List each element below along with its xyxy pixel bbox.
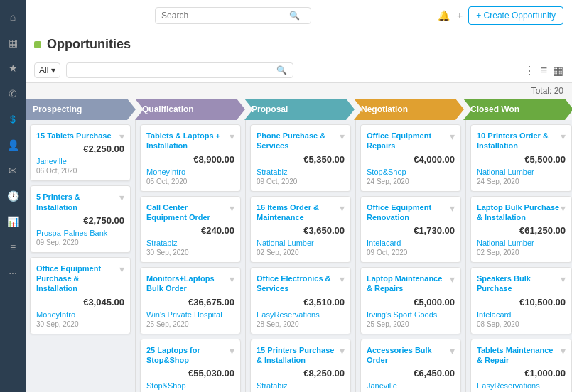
- card-company[interactable]: Intelacard: [477, 310, 566, 319]
- card-date: 08 Sep, 2020: [477, 320, 566, 328]
- table-row[interactable]: Call Center Equipment Order ▾ €240.00 St…: [140, 196, 241, 263]
- card-menu-icon[interactable]: ▾: [561, 273, 566, 285]
- card-menu-icon[interactable]: ▾: [340, 202, 345, 214]
- kebab-menu-icon[interactable]: ⋮: [524, 64, 535, 77]
- card-header: Call Center Equipment Order ▾: [146, 202, 234, 226]
- star-icon: ★: [9, 62, 18, 74]
- search-container: 🔍: [34, 7, 432, 24]
- card-menu-icon[interactable]: ▾: [450, 345, 455, 356]
- card-company[interactable]: National Lumber: [477, 239, 566, 247]
- card-company[interactable]: Win's Private Hospital: [146, 310, 234, 319]
- card-menu-icon[interactable]: ▾: [450, 131, 455, 142]
- filter-search[interactable]: 🔍: [66, 62, 293, 78]
- list-view-icon[interactable]: ≡: [541, 64, 547, 77]
- card-company[interactable]: Stop&Shop: [146, 381, 234, 390]
- sidebar-item-clock[interactable]: 🕐: [1, 185, 24, 207]
- table-row[interactable]: Accessories Bulk Order ▾ €6,450.00 Janev…: [360, 339, 461, 392]
- sidebar-item-mail[interactable]: ✉: [1, 159, 24, 182]
- card-title: 15 Tablets Purchase: [36, 131, 112, 141]
- sidebar-item-person[interactable]: 👤: [1, 134, 24, 156]
- card-menu-icon[interactable]: ▾: [340, 345, 345, 356]
- card-company[interactable]: MoneyIntro: [146, 168, 234, 176]
- table-row[interactable]: 16 Items Order & Maintenance ▾ €3,650.00…: [250, 196, 351, 263]
- card-menu-icon[interactable]: ▾: [230, 345, 234, 356]
- card-company[interactable]: MoneyIntro: [36, 310, 124, 319]
- card-menu-icon[interactable]: ▾: [450, 202, 455, 214]
- card-company[interactable]: Janeville: [367, 381, 455, 390]
- sidebar-item-menu[interactable]: ≡: [1, 236, 24, 258]
- card-company[interactable]: Stratabiz: [257, 168, 345, 176]
- card-company[interactable]: Stratabiz: [146, 239, 234, 247]
- card-company[interactable]: Irving's Sport Goods: [367, 310, 455, 319]
- card-menu-icon[interactable]: ▾: [340, 273, 345, 285]
- table-row[interactable]: 10 Printers Order & Installation ▾ €5,50…: [470, 124, 572, 192]
- card-menu-icon[interactable]: ▾: [561, 131, 566, 142]
- plus-icon[interactable]: +: [457, 10, 463, 21]
- table-row[interactable]: Office Electronics & Services ▾ €3,510.0…: [250, 267, 351, 334]
- card-company[interactable]: EasyReservations: [477, 381, 566, 390]
- create-opportunity-button[interactable]: + Create Opportunity: [468, 6, 563, 25]
- card-menu-icon[interactable]: ▾: [230, 273, 234, 285]
- table-row[interactable]: Office Equipment Renovation ▾ €1,730.00 …: [360, 196, 461, 263]
- card-date: 05 Oct, 2020: [146, 178, 234, 185]
- topbar-icons: 🔔 +: [438, 10, 463, 21]
- search-box[interactable]: 🔍: [155, 7, 311, 24]
- sidebar-item-star[interactable]: ★: [1, 57, 24, 80]
- col-header-qualification: Qualification: [135, 99, 245, 120]
- sidebar-item-dollar[interactable]: $: [1, 108, 24, 131]
- card-menu-icon[interactable]: ▾: [230, 131, 234, 142]
- bell-icon[interactable]: 🔔: [438, 10, 450, 21]
- filter-dropdown[interactable]: All ▾: [34, 62, 60, 78]
- card-title: Accessories Bulk Order: [367, 345, 450, 366]
- kanban-col-proposal: Phone Purchase & Services ▾ €5,350.00 St…: [246, 120, 356, 392]
- card-company[interactable]: EasyReservations: [257, 310, 345, 319]
- table-row[interactable]: 25 Laptops for Stop&Shop ▾ €55,030.00 St…: [140, 339, 241, 392]
- card-company[interactable]: National Lumber: [257, 239, 345, 247]
- table-row[interactable]: Tablets Maintenance & Repair ▾ €1,000.00…: [470, 339, 572, 392]
- table-row[interactable]: Speakers Bulk Purchase ▾ €10,500.00 Inte…: [470, 267, 572, 334]
- kanban-header: Prospecting Qualification Proposal Negot…: [26, 99, 572, 120]
- card-amount: €10,500.00: [477, 297, 566, 307]
- table-row[interactable]: Laptop Maintenance & Repairs ▾ €5,000.00…: [360, 267, 461, 334]
- card-menu-icon[interactable]: ▾: [230, 202, 234, 214]
- table-row[interactable]: 15 Printers Purchase & Installation ▾ €8…: [250, 339, 351, 392]
- table-row[interactable]: Office Equipment Repairs ▾ €4,000.00 Sto…: [360, 124, 461, 192]
- card-company[interactable]: Stop&Shop: [367, 168, 455, 176]
- sidebar-item-chart[interactable]: 📊: [1, 210, 24, 233]
- table-row[interactable]: 5 Printers & Installation ▾ €2,750.00 Pr…: [30, 185, 131, 253]
- sidebar-item-phone[interactable]: ✆: [1, 82, 24, 105]
- card-menu-icon[interactable]: ▾: [561, 345, 566, 356]
- card-company[interactable]: Prospa-Palnes Bank: [36, 229, 124, 237]
- table-row[interactable]: Tablets & Laptops + Installation ▾ €8,90…: [140, 124, 241, 192]
- col-header-closed-won: Closed Won: [463, 99, 572, 120]
- card-company[interactable]: National Lumber: [477, 168, 566, 176]
- filter-search-input[interactable]: [72, 65, 276, 75]
- card-menu-icon[interactable]: ▾: [340, 131, 345, 142]
- card-company[interactable]: Janeville: [36, 157, 124, 165]
- kanban-view-icon[interactable]: ▦: [553, 64, 563, 77]
- sidebar-item-more[interactable]: ···: [1, 261, 24, 284]
- sidebar-item-home[interactable]: ⌂: [1, 6, 24, 28]
- card-menu-icon[interactable]: ▾: [119, 192, 124, 203]
- card-title: 15 Printers Purchase & Installation: [257, 345, 340, 366]
- chevron-down-icon: ▾: [51, 65, 55, 75]
- search-input[interactable]: [161, 11, 289, 21]
- table-row[interactable]: Office Equipment Purchase & Installation…: [30, 257, 131, 334]
- card-menu-icon[interactable]: ▾: [119, 131, 124, 142]
- main-content: 🔍 🔔 + + Create Opportunity Opportunities…: [26, 0, 572, 392]
- card-date: 09 Oct, 2020: [367, 249, 455, 256]
- card-menu-icon[interactable]: ▾: [450, 273, 455, 285]
- person-icon: 👤: [7, 139, 19, 151]
- card-menu-icon[interactable]: ▾: [561, 202, 566, 214]
- card-company[interactable]: Intelacard: [367, 239, 455, 247]
- card-company[interactable]: Stratabiz: [257, 381, 345, 390]
- card-amount: €3,510.00: [257, 297, 345, 307]
- card-menu-icon[interactable]: ▾: [119, 263, 124, 275]
- sidebar-item-grid[interactable]: ▦: [1, 31, 24, 54]
- table-row[interactable]: Monitors+Laptops Bulk Order ▾ €36,675.00…: [140, 267, 241, 334]
- table-row[interactable]: 15 Tablets Purchase ▾ €2,250.00 Janevill…: [30, 124, 131, 181]
- table-row[interactable]: Phone Purchase & Services ▾ €5,350.00 St…: [250, 124, 351, 192]
- col-label-prospecting: Prospecting: [33, 104, 82, 114]
- card-date: 30 Sep, 2020: [36, 320, 124, 328]
- table-row[interactable]: Laptop Bulk Purchase & Installation ▾ €6…: [470, 196, 572, 263]
